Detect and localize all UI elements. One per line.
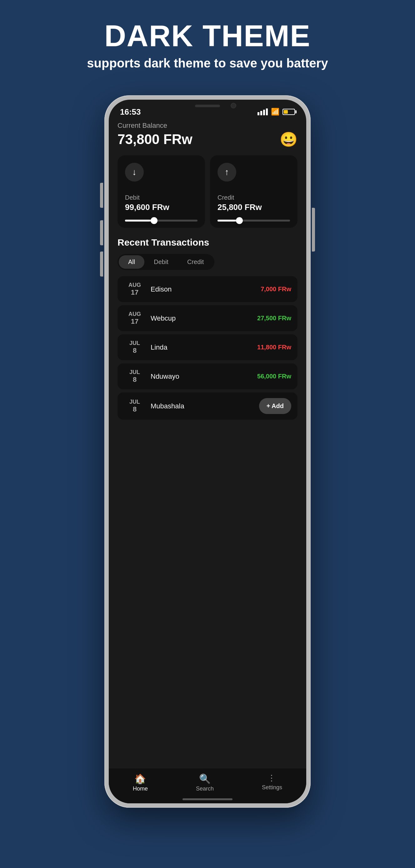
speaker <box>195 105 220 107</box>
credit-amount: 25,800 FRw <box>217 203 290 212</box>
debit-slider-thumb[interactable] <box>151 217 157 224</box>
nav-label-search: Search <box>196 785 214 792</box>
transaction-name: Nduwayo <box>146 372 257 380</box>
nav-item-home[interactable]: 🏠 Home <box>133 773 148 792</box>
phone-notch <box>170 100 245 114</box>
nav-label-settings: Settings <box>262 784 282 791</box>
home-icon: 🏠 <box>135 773 146 784</box>
transaction-date: JUL 8 <box>124 369 146 384</box>
debit-label: Debit <box>125 194 198 201</box>
balance-row: 73,800 FRw 😀 <box>118 131 297 148</box>
transaction-date: AUG 17 <box>124 282 146 297</box>
status-time: 16:53 <box>120 107 141 117</box>
page-title: DARK THEME <box>105 19 310 53</box>
table-row[interactable]: JUL 8 Nduwayo 56,000 FRw <box>118 363 297 389</box>
nav-item-search[interactable]: 🔍 Search <box>196 773 214 792</box>
filter-credit[interactable]: Credit <box>178 255 213 269</box>
phone-screen: 16:53 📶 Current Balance 73,8 <box>109 100 306 803</box>
nav-label-home: Home <box>133 785 148 792</box>
wifi-icon: 📶 <box>271 108 279 116</box>
balance-label: Current Balance <box>118 122 297 130</box>
table-row[interactable]: AUG 17 Webcup 27,500 FRw <box>118 305 297 331</box>
cards-row: ↓ Debit 99,600 FRw ↑ Credit 25,800 FRw <box>118 155 297 228</box>
filter-tabs: All Debit Credit <box>118 254 214 270</box>
balance-amount: 73,800 FRw <box>118 131 192 147</box>
up-arrow-icon: ↑ <box>225 167 229 177</box>
debit-card: ↓ Debit 99,600 FRw <box>118 155 205 228</box>
table-row[interactable]: JUL 8 Mubashala + Add <box>118 393 297 420</box>
credit-card: ↑ Credit 25,800 FRw <box>210 155 297 228</box>
phone-frame: 16:53 📶 Current Balance 73,8 <box>105 95 310 808</box>
table-row[interactable]: AUG 17 Edison 7,000 FRw <box>118 276 297 302</box>
battery-icon <box>283 109 295 115</box>
filter-all[interactable]: All <box>119 255 144 269</box>
balance-section: Current Balance 73,800 FRw 😀 <box>118 122 297 148</box>
transaction-date: JUL 8 <box>124 399 146 413</box>
search-icon: 🔍 <box>199 773 211 784</box>
debit-slider-fill <box>125 220 154 221</box>
transaction-name: Mubashala <box>146 402 259 410</box>
status-icons: 📶 <box>258 108 295 116</box>
transaction-amount: 56,000 FRw <box>257 373 291 380</box>
debit-icon-circle: ↓ <box>125 163 144 182</box>
credit-label: Credit <box>217 194 290 201</box>
filter-debit[interactable]: Debit <box>144 255 178 269</box>
camera <box>231 103 236 108</box>
transaction-name: Linda <box>146 343 257 351</box>
signal-bars-icon <box>258 108 268 115</box>
transaction-date: JUL 8 <box>124 340 146 354</box>
transaction-name: Edison <box>146 285 261 293</box>
section-title: Recent Transactions <box>118 237 297 248</box>
credit-icon-circle: ↑ <box>217 163 236 182</box>
transaction-amount: 7,000 FRw <box>261 286 291 293</box>
debit-amount: 99,600 FRw <box>125 203 198 212</box>
debit-slider[interactable] <box>125 220 198 221</box>
settings-icon: ⋮ <box>267 773 276 783</box>
home-indicator <box>182 798 233 800</box>
transaction-date: AUG 17 <box>124 311 146 326</box>
battery-fill <box>284 110 288 114</box>
add-button[interactable]: + Add <box>259 398 291 414</box>
mood-emoji: 😀 <box>280 131 297 148</box>
app-content: Current Balance 73,800 FRw 😀 ↓ Debit 99,… <box>109 118 306 803</box>
table-row[interactable]: JUL 8 Linda 11,800 FRw <box>118 334 297 360</box>
page-subtitle: supports dark theme to save you battery <box>87 56 328 70</box>
credit-slider[interactable] <box>217 220 290 221</box>
transactions-list: AUG 17 Edison 7,000 FRw AUG 17 Webcup 27… <box>118 276 297 420</box>
transaction-amount: 11,800 FRw <box>257 344 291 351</box>
transaction-amount: 27,500 FRw <box>257 315 291 322</box>
credit-slider-thumb[interactable] <box>236 217 243 224</box>
transaction-name: Webcup <box>146 314 257 322</box>
down-arrow-icon: ↓ <box>132 167 137 177</box>
nav-item-settings[interactable]: ⋮ Settings <box>262 773 282 792</box>
